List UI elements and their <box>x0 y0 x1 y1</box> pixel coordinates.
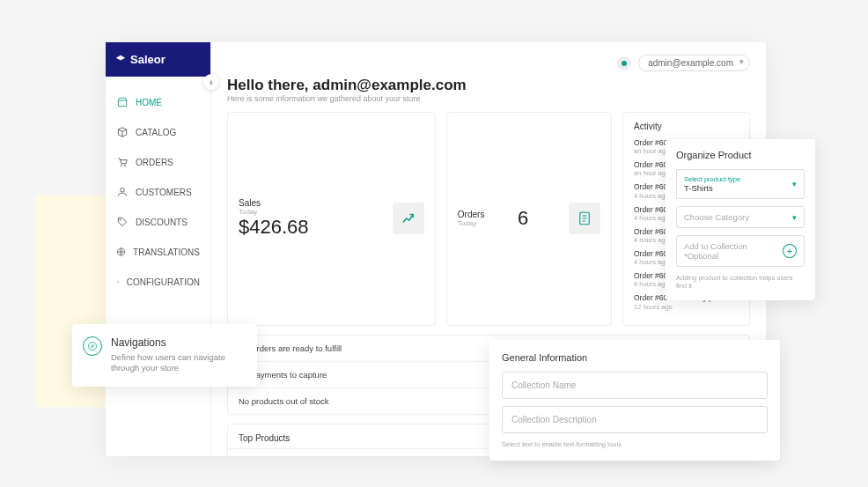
tag-icon <box>116 216 129 228</box>
stat-period: Today <box>239 208 309 216</box>
page-subtitle: Here is some information we gathered abo… <box>227 94 750 103</box>
cube-icon <box>116 126 129 138</box>
general-title: General Information <box>502 352 768 363</box>
field-label: Add to Collection *Optional <box>684 241 783 261</box>
sidebar-item-home[interactable]: HOME <box>106 87 210 117</box>
sales-stat-card: Sales Today $426.68 <box>227 112 436 326</box>
svg-point-1 <box>124 165 126 166</box>
collection-description-input[interactable]: Collection Description <box>502 406 768 433</box>
store-icon <box>116 96 129 108</box>
svg-point-3 <box>120 219 121 221</box>
sidebar: Saleor ‹ HOME CATALOG ORDERS CUSTOMERS <box>106 42 211 456</box>
navigations-card[interactable]: Navigations Define how users can navigat… <box>72 324 257 387</box>
compass-icon <box>83 336 102 356</box>
general-note: Select text to enable text-formatting to… <box>502 440 768 448</box>
nav: HOME CATALOG ORDERS CUSTOMERS DISCOUNTS … <box>106 77 210 307</box>
page-title: Hello there, admin@example.com <box>227 77 750 94</box>
sidebar-item-customers[interactable]: CUSTOMERS <box>106 177 210 207</box>
collapse-sidebar-button[interactable]: ‹ <box>203 74 219 90</box>
topbar: admin@example.com <box>227 55 750 71</box>
svg-point-7 <box>89 343 97 350</box>
field-value: T-Shirts <box>684 183 797 193</box>
organize-product-card: Organize Product Select product type T-S… <box>666 139 815 300</box>
field-placeholder: Choose Category <box>684 212 797 222</box>
cart-icon <box>116 156 129 168</box>
chart-icon <box>393 203 424 234</box>
stat-period: Today <box>458 219 485 227</box>
gear-icon <box>116 276 120 288</box>
category-select[interactable]: Choose Category ▾ <box>676 206 805 228</box>
sidebar-item-label: DISCOUNTS <box>136 218 188 227</box>
sidebar-item-orders[interactable]: ORDERS <box>106 147 210 177</box>
stat-value: 6 <box>518 207 528 230</box>
sidebar-item-catalog[interactable]: CATALOG <box>106 117 210 147</box>
sidebar-item-discounts[interactable]: DISCOUNTS <box>106 207 210 237</box>
sidebar-item-configuration[interactable]: CONFIGURATION <box>106 267 210 297</box>
sidebar-item-label: HOME <box>136 98 162 107</box>
navigations-desc: Define how users can navigate through yo… <box>111 352 245 374</box>
add-button[interactable]: + <box>783 244 797 258</box>
collection-name-input[interactable]: Collection Name <box>502 372 768 399</box>
globe-icon <box>116 246 126 258</box>
sidebar-item-label: CONFIGURATION <box>127 277 200 287</box>
chevron-down-icon: ▾ <box>792 180 797 188</box>
stat-label: Sales <box>239 198 309 208</box>
stat-value: $426.68 <box>239 216 309 239</box>
chevron-down-icon: ▾ <box>792 213 797 222</box>
organize-title: Organize Product <box>676 150 805 160</box>
product-type-select[interactable]: Select product type T-Shirts ▾ <box>676 169 805 199</box>
organize-note: Adding product to collection helps users… <box>676 274 805 290</box>
sidebar-item-label: ORDERS <box>136 158 173 167</box>
general-information-card: General Information Collection Name Coll… <box>489 340 780 461</box>
status-indicator[interactable] <box>617 56 631 70</box>
stat-label: Orders <box>458 210 485 219</box>
add-collection-field[interactable]: Add to Collection *Optional + <box>676 235 805 267</box>
sidebar-item-label: CATALOG <box>136 128 176 137</box>
sidebar-item-label: TRANSLATIONS <box>133 247 200 257</box>
sidebar-item-translations[interactable]: TRANSLATIONS <box>106 237 210 267</box>
svg-point-2 <box>121 188 125 192</box>
orders-stat-card: Orders Today 6 <box>446 112 612 326</box>
sidebar-item-label: CUSTOMERS <box>136 188 192 197</box>
svg-point-0 <box>121 165 122 166</box>
user-icon <box>116 186 129 198</box>
navigations-title: Navigations <box>111 336 245 349</box>
field-label: Select product type <box>684 175 797 183</box>
activity-title: Activity <box>634 122 739 131</box>
brand-logo[interactable]: Saleor ‹ <box>106 42 210 77</box>
invoice-icon <box>569 203 600 234</box>
svg-point-5 <box>117 282 118 283</box>
user-menu[interactable]: admin@example.com <box>638 55 750 71</box>
